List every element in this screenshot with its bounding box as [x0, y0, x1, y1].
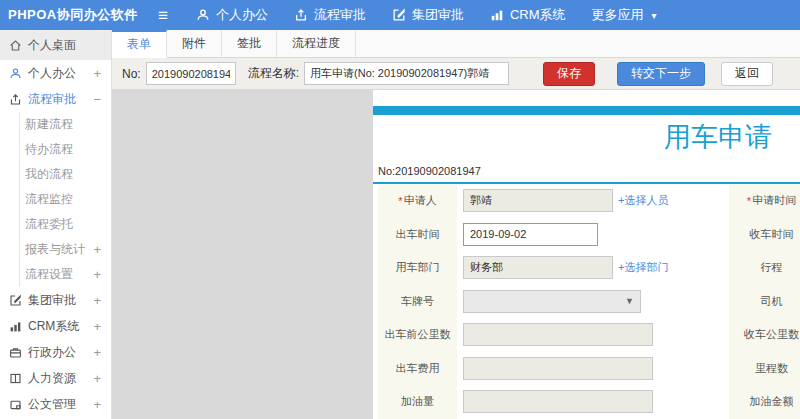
topnav-more-apps[interactable]: 更多应用 ▾ — [592, 6, 657, 24]
pre-trip-mileage-field-cell — [457, 318, 729, 352]
sidebar-item-group-approval[interactable]: 集团审批 + — [0, 287, 111, 313]
department-field-cell: +选择部门 — [457, 251, 729, 285]
form-title: 用车申请 — [373, 122, 800, 152]
expand-plus-icon[interactable]: + — [93, 371, 101, 386]
topnav-group-approval[interactable]: 集团审批 — [392, 6, 464, 24]
home-icon — [9, 39, 28, 52]
topnav-label: 更多应用 — [592, 6, 644, 24]
departure-time-field-cell — [457, 218, 729, 252]
sidebar-sub-todo-workflow[interactable]: 待办流程 — [19, 137, 111, 162]
sidebar-sub-label: 流程设置 — [25, 266, 73, 283]
form-no-text: No:20190902081947 — [378, 165, 800, 177]
vehicle-request-form-panel: 用车申请 No:20190902081947 *申请人 +选择人员 *申请时间 … — [373, 90, 800, 419]
no-input[interactable] — [146, 62, 236, 85]
topnav-crm[interactable]: CRM系统 — [490, 6, 566, 24]
tab-signoff[interactable]: 签批 — [222, 30, 277, 57]
collapse-minus-icon[interactable]: − — [93, 92, 101, 107]
expand-plus-icon[interactable]: + — [93, 242, 101, 257]
expand-plus-icon[interactable]: + — [93, 66, 101, 81]
form-table: *申请人 +选择人员 *申请时间 出车时间 收车时间 用车部门 — [378, 184, 800, 419]
applicant-input[interactable] — [463, 189, 613, 212]
trip-cost-label: 出车费用 — [378, 352, 457, 386]
user-icon — [196, 8, 210, 22]
required-mark: * — [398, 195, 402, 207]
expand-plus-icon[interactable]: + — [93, 293, 101, 308]
select-person-link[interactable]: +选择人员 — [618, 193, 668, 208]
return-time-label: 收车时间 — [729, 218, 800, 252]
sidebar-sub-label: 我的流程 — [25, 166, 73, 183]
topnav-workflow-approval[interactable]: 流程审批 — [294, 6, 366, 24]
expand-plus-icon[interactable]: + — [93, 267, 101, 282]
form-header-bar — [373, 106, 800, 115]
mileage-label: 里程数 — [729, 352, 800, 386]
plate-number-select[interactable]: ▼ — [463, 290, 641, 313]
dropdown-arrow-icon: ▼ — [625, 296, 634, 306]
back-button[interactable]: 返回 — [721, 62, 773, 86]
sidebar-item-personal-office[interactable]: 个人办公 + — [0, 60, 111, 86]
edit-icon — [9, 294, 28, 307]
share-icon — [9, 93, 28, 106]
sidebar-item-workflow-approval[interactable]: 流程审批 − — [0, 86, 111, 112]
pre-trip-mileage-label: 出车前公里数 — [378, 318, 457, 352]
content-area: 用车申请 No:20190902081947 *申请人 +选择人员 *申请时间 … — [112, 90, 800, 419]
sidebar-sub-label: 待办流程 — [25, 141, 73, 158]
departure-time-label: 出车时间 — [378, 218, 457, 252]
sidebar-item-label: 个人桌面 — [28, 37, 76, 54]
sidebar-sub-workflow-monitor[interactable]: 流程监控 — [19, 187, 111, 212]
trip-label: 行程 — [729, 251, 800, 285]
topnav-label: 集团审批 — [412, 6, 464, 24]
plate-number-label: 车牌号 — [378, 285, 457, 319]
chart-icon — [9, 320, 28, 333]
sidebar-item-admin-office[interactable]: 行政办公 + — [0, 339, 111, 365]
driver-label: 司机 — [729, 285, 800, 319]
sidebar-sub-workflow-delegate[interactable]: 流程委托 — [19, 212, 111, 237]
sidebar-item-label: 人力资源 — [28, 370, 76, 387]
app-logo: PHPOA协同办公软件 — [0, 6, 158, 24]
trip-cost-input[interactable] — [463, 357, 653, 380]
sidebar-sub-workflow-settings[interactable]: 流程设置+ — [19, 262, 111, 287]
required-mark: * — [747, 195, 751, 207]
tab-form[interactable]: 表单 — [112, 30, 167, 58]
briefcase-icon — [9, 346, 28, 359]
sidebar-sub-new-workflow[interactable]: 新建流程 — [19, 112, 111, 137]
sidebar-item-crm[interactable]: CRM系统 + — [0, 313, 111, 339]
hamburger-icon[interactable]: ≡ — [158, 7, 168, 24]
sidebar-item-label: 个人办公 — [28, 65, 76, 82]
return-mileage-label: 收车公里数 — [729, 318, 800, 352]
form-toolbar: No: 流程名称: 保存 转交下一步 返回 — [112, 58, 800, 90]
applicant-label: *申请人 — [378, 184, 457, 218]
forward-next-step-button[interactable]: 转交下一步 — [617, 62, 705, 86]
expand-plus-icon[interactable]: + — [93, 397, 101, 412]
sidebar-sub-label: 报表与统计 — [25, 241, 85, 258]
tab-attachments[interactable]: 附件 — [167, 30, 222, 57]
sidebar-sub-label: 流程监控 — [25, 191, 73, 208]
select-department-link[interactable]: +选择部门 — [618, 260, 668, 275]
apply-time-label: *申请时间 — [729, 184, 800, 218]
sidebar-item-label: 流程审批 — [28, 91, 76, 108]
fuel-cost-label: 加油金额 — [729, 385, 800, 419]
expand-plus-icon[interactable]: + — [93, 319, 101, 334]
pre-trip-mileage-input[interactable] — [463, 323, 653, 346]
plate-number-field-cell: ▼ — [457, 285, 729, 319]
departure-time-input[interactable] — [463, 223, 598, 246]
tab-bar: 表单 附件 签批 流程进度 — [112, 30, 800, 58]
sidebar-item-personal-desktop[interactable]: 个人桌面 — [0, 30, 111, 60]
expand-plus-icon[interactable]: + — [93, 345, 101, 360]
main-area: 表单 附件 签批 流程进度 No: 流程名称: 保存 转交下一步 返回 用车申请… — [112, 30, 800, 419]
tab-workflow-progress[interactable]: 流程进度 — [277, 30, 356, 57]
save-button[interactable]: 保存 — [543, 62, 595, 86]
chart-icon — [490, 8, 504, 22]
sidebar-item-document-mgmt[interactable]: 公文管理 + — [0, 391, 111, 417]
edit-icon — [392, 8, 406, 22]
department-input[interactable] — [463, 256, 613, 279]
sidebar-item-label: CRM系统 — [28, 318, 79, 335]
sidebar-sub-my-workflow[interactable]: 我的流程 — [19, 162, 111, 187]
caret-down-icon: ▾ — [652, 10, 657, 21]
fuel-amount-input[interactable] — [463, 390, 653, 413]
sidebar-sub-reports-statistics[interactable]: 报表与统计+ — [19, 237, 111, 262]
topnav-label: 个人办公 — [216, 6, 268, 24]
sidebar-item-hr[interactable]: 人力资源 + — [0, 365, 111, 391]
applicant-field-cell: +选择人员 — [457, 184, 729, 218]
workflow-name-input[interactable] — [304, 62, 509, 85]
topnav-personal-office[interactable]: 个人办公 — [196, 6, 268, 24]
